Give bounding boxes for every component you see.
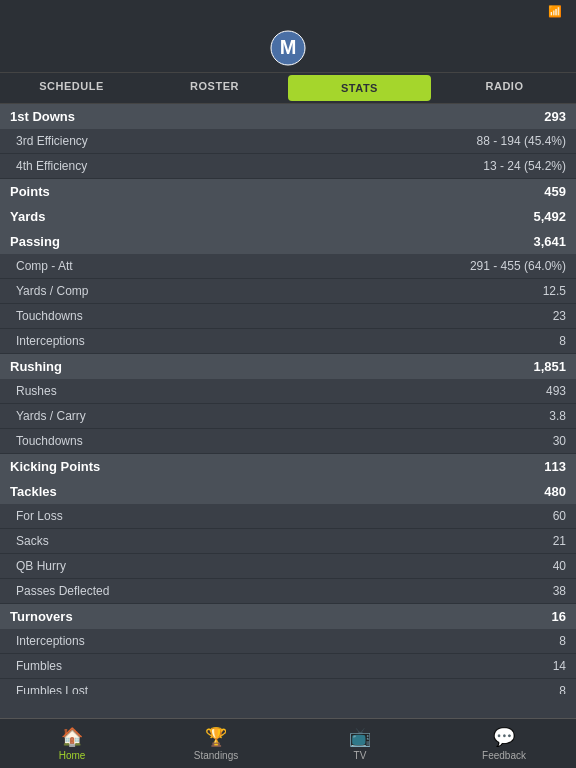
stat-value: 3.8 (549, 409, 566, 423)
stat-label: Comp - Att (16, 259, 73, 273)
stat-label: Fumbles Lost (16, 684, 88, 694)
nav-tab-schedule[interactable]: SCHEDULE (0, 73, 143, 103)
stat-value: 13 - 24 (54.2%) (483, 159, 566, 173)
stat-label: 4th Efficiency (16, 159, 87, 173)
section-label-tackles: Tackles (10, 484, 57, 499)
stat-row: Touchdowns30 (0, 429, 576, 454)
nav-tab-roster[interactable]: ROSTER (143, 73, 286, 103)
nav-tab-stats[interactable]: STATS (288, 75, 431, 101)
bottom-nav-standings[interactable]: 🏆Standings (144, 719, 288, 768)
stat-row: Passes Deflected38 (0, 579, 576, 604)
stat-label: Yards / Comp (16, 284, 88, 298)
stat-value: 38 (553, 584, 566, 598)
team-header: M (0, 22, 576, 72)
bottom-nav: 🏠Home🏆Standings📺TV💬Feedback (0, 718, 576, 768)
section-value-passing: 3,641 (533, 234, 566, 249)
stat-value: 14 (553, 659, 566, 673)
stat-row: Fumbles Lost8 (0, 679, 576, 694)
section-label-passing: Passing (10, 234, 60, 249)
feedback-icon: 💬 (493, 726, 515, 748)
section-header-points: Points459 (0, 179, 576, 204)
stat-label: Interceptions (16, 334, 85, 348)
section-label-points: Points (10, 184, 50, 199)
stat-row: Yards / Carry3.8 (0, 404, 576, 429)
stat-row: For Loss60 (0, 504, 576, 529)
team-logo: M (270, 30, 306, 66)
status-time-date (10, 5, 13, 17)
stat-row: 4th Efficiency13 - 24 (54.2%) (0, 154, 576, 179)
wifi-icon: 📶 (548, 5, 562, 18)
bottom-nav-label-home: Home (59, 750, 86, 761)
bottom-nav-label-standings: Standings (194, 750, 238, 761)
stat-value: 40 (553, 559, 566, 573)
stat-row: Interceptions8 (0, 329, 576, 354)
section-label-kicking-points: Kicking Points (10, 459, 100, 474)
section-header-passing: Passing3,641 (0, 229, 576, 254)
stat-row: Comp - Att291 - 455 (64.0%) (0, 254, 576, 279)
section-label-1st-downs: 1st Downs (10, 109, 75, 124)
stat-value: 88 - 194 (45.4%) (477, 134, 566, 148)
stat-row: Touchdowns23 (0, 304, 576, 329)
stat-label: Touchdowns (16, 434, 83, 448)
stat-row: Sacks21 (0, 529, 576, 554)
stat-value: 30 (553, 434, 566, 448)
stat-value: 8 (559, 334, 566, 348)
stat-row: Fumbles14 (0, 654, 576, 679)
stat-value: 291 - 455 (64.0%) (470, 259, 566, 273)
stat-label: Fumbles (16, 659, 62, 673)
bottom-nav-home[interactable]: 🏠Home (0, 719, 144, 768)
bottom-nav-label-feedback: Feedback (482, 750, 526, 761)
stat-label: Rushes (16, 384, 57, 398)
stats-content[interactable]: 1st Downs2933rd Efficiency88 - 194 (45.4… (0, 104, 576, 694)
section-header-yards: Yards5,492 (0, 204, 576, 229)
home-icon: 🏠 (61, 726, 83, 748)
status-bar: 📶 (0, 0, 576, 22)
bottom-nav-feedback[interactable]: 💬Feedback (432, 719, 576, 768)
section-value-kicking-points: 113 (544, 459, 566, 474)
stat-label: Interceptions (16, 634, 85, 648)
section-header-turnovers: Turnovers16 (0, 604, 576, 629)
stat-row: Rushes493 (0, 379, 576, 404)
stat-label: Sacks (16, 534, 49, 548)
section-value-tackles: 480 (544, 484, 566, 499)
svg-text:M: M (280, 36, 297, 58)
section-value-rushing: 1,851 (533, 359, 566, 374)
stat-row: Yards / Comp12.5 (0, 279, 576, 304)
stat-label: For Loss (16, 509, 63, 523)
bottom-nav-tv[interactable]: 📺TV (288, 719, 432, 768)
stat-label: Passes Deflected (16, 584, 109, 598)
stat-row: Interceptions8 (0, 629, 576, 654)
stat-value: 23 (553, 309, 566, 323)
stat-row: QB Hurry40 (0, 554, 576, 579)
section-header-1st-downs: 1st Downs293 (0, 104, 576, 129)
section-value-points: 459 (544, 184, 566, 199)
bottom-nav-label-tv: TV (354, 750, 367, 761)
section-header-tackles: Tackles480 (0, 479, 576, 504)
stat-value: 8 (559, 634, 566, 648)
stat-value: 21 (553, 534, 566, 548)
section-value-turnovers: 16 (552, 609, 566, 624)
nav-tab-radio[interactable]: RADIO (433, 73, 576, 103)
section-value-1st-downs: 293 (544, 109, 566, 124)
section-header-kicking-points: Kicking Points113 (0, 454, 576, 479)
stat-label: Yards / Carry (16, 409, 86, 423)
stat-label: 3rd Efficiency (16, 134, 88, 148)
stat-value: 493 (546, 384, 566, 398)
section-label-turnovers: Turnovers (10, 609, 73, 624)
standings-icon: 🏆 (205, 726, 227, 748)
status-right-icons: 📶 (548, 5, 566, 18)
section-label-yards: Yards (10, 209, 45, 224)
section-header-rushing: Rushing1,851 (0, 354, 576, 379)
stat-value: 8 (559, 684, 566, 694)
stat-label: Touchdowns (16, 309, 83, 323)
stat-value: 60 (553, 509, 566, 523)
nav-tabs: SCHEDULEROSTERSTATSRADIO (0, 72, 576, 104)
section-value-yards: 5,492 (533, 209, 566, 224)
stat-value: 12.5 (543, 284, 566, 298)
stat-row: 3rd Efficiency88 - 194 (45.4%) (0, 129, 576, 154)
stat-label: QB Hurry (16, 559, 66, 573)
tv-icon: 📺 (349, 726, 371, 748)
section-label-rushing: Rushing (10, 359, 62, 374)
